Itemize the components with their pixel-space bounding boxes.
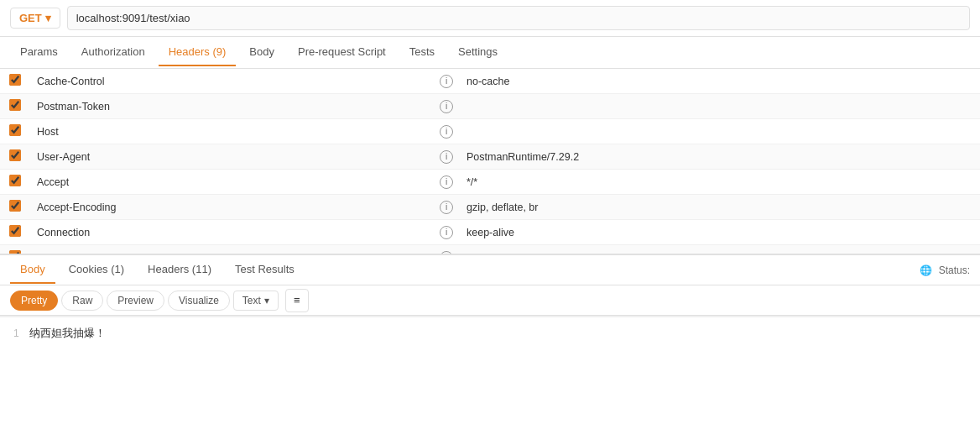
row-value: */* [460,170,879,195]
row-value: PostmanRuntime/7.29.2 [460,144,879,170]
format-type-chevron: ▾ [264,295,269,306]
line-number: 1 [13,327,19,339]
row-desc [879,170,980,195]
info-icon[interactable]: i [440,201,453,214]
info-icon[interactable]: i [440,75,453,88]
row-checkbox-cell [0,245,30,254]
headers-table-container: Cache-Control i no-cache Postman-Token i… [0,69,980,254]
row-desc [879,69,980,94]
row-info[interactable]: i [433,170,460,195]
row-checkbox-cell [0,119,30,144]
tab-params[interactable]: Params [10,39,68,66]
tab-body[interactable]: Body [239,39,284,66]
method-chevron: ▾ [45,12,51,24]
row-checkbox-cell [0,69,30,94]
response-section: Body Cookies (1) Headers (11) Test Resul… [0,254,980,317]
row-info[interactable]: i [433,94,460,119]
response-tab-headers[interactable]: Headers (11) [138,256,222,284]
globe-icon: 🌐 [920,264,932,276]
request-tabs: Params Authorization Headers (9) Body Pr… [0,37,980,69]
body-text: 纳西妲我抽爆！ [29,327,106,339]
tab-prerequest[interactable]: Pre-request Script [288,39,396,66]
row-value: no-cache [460,69,879,94]
table-row: Connection i keep-alive [0,220,980,245]
row-key: Authorization [30,245,433,254]
row-info[interactable]: i [433,245,460,254]
row-key: Accept [30,170,433,195]
method-select[interactable]: GET ▾ [10,8,60,29]
table-row: Accept i */* [0,170,980,195]
row-desc [879,94,980,119]
row-desc [879,119,980,144]
row-key: Cache-Control [30,69,433,94]
table-row: Cache-Control i no-cache [0,69,980,94]
row-checkbox[interactable] [9,200,21,212]
response-tab-test-results[interactable]: Test Results [225,256,305,284]
row-checkbox-cell [0,195,30,220]
format-row: Pretty Raw Preview Visualize Text ▾ ≡ [0,285,980,316]
row-desc [879,195,980,220]
row-info[interactable]: i [433,220,460,245]
method-label: GET [19,12,42,24]
format-type-label: Text [242,295,261,306]
request-bar: GET ▾ [0,0,980,37]
row-checkbox[interactable] [9,149,21,161]
response-tab-body[interactable]: Body [10,256,55,284]
info-icon[interactable]: i [440,175,453,189]
table-row: Host i [0,119,980,144]
response-body: 1纳西妲我抽爆！ [0,317,980,349]
row-key: Host [30,119,433,144]
row-checkbox[interactable] [9,74,21,86]
row-checkbox[interactable] [9,175,21,186]
row-value: bearer eyJhbGciOiJSUzI1NiIsInR5cCI6IkpXV… [460,245,879,254]
wrap-lines-btn[interactable]: ≡ [285,289,309,312]
body-line: 1纳西妲我抽爆！ [13,326,967,341]
headers-table: Cache-Control i no-cache Postman-Token i… [0,69,980,254]
table-row: Authorization i bearer eyJhbGciOiJSUzI1N… [0,245,980,254]
table-row: User-Agent i PostmanRuntime/7.29.2 [0,144,980,170]
format-raw-btn[interactable]: Raw [61,291,103,311]
row-desc [879,220,980,245]
format-pretty-btn[interactable]: Pretty [10,291,58,311]
row-key: Postman-Token [30,94,433,119]
info-icon[interactable]: i [440,226,453,239]
row-key: Connection [30,220,433,245]
wrap-icon: ≡ [294,294,300,306]
status-label: Status: [939,264,970,276]
tab-authorization[interactable]: Authorization [71,39,155,66]
row-desc [879,245,980,254]
table-row: Postman-Token i [0,94,980,119]
row-info[interactable]: i [433,144,460,170]
row-checkbox[interactable] [9,99,21,111]
tab-settings[interactable]: Settings [448,39,508,66]
row-checkbox-cell [0,144,30,170]
row-value [460,119,879,144]
row-checkbox[interactable] [9,124,21,136]
info-icon[interactable]: i [440,150,453,164]
format-visualize-btn[interactable]: Visualize [168,291,230,311]
row-info[interactable]: i [433,195,460,220]
url-input[interactable] [67,6,970,30]
row-value [460,94,879,119]
format-type-dropdown[interactable]: Text ▾ [233,291,279,311]
row-desc [879,144,980,170]
row-checkbox-cell [0,170,30,195]
row-checkbox[interactable] [9,225,21,237]
tab-tests[interactable]: Tests [399,39,445,66]
info-icon[interactable]: i [440,100,453,113]
tab-headers[interactable]: Headers (9) [159,39,237,66]
info-icon[interactable]: i [440,125,453,139]
row-info[interactable]: i [433,69,460,94]
row-info[interactable]: i [433,119,460,144]
response-tab-cookies[interactable]: Cookies (1) [59,256,134,284]
row-checkbox-cell [0,94,30,119]
row-value: gzip, deflate, br [460,195,879,220]
format-preview-btn[interactable]: Preview [107,291,164,311]
row-value: keep-alive [460,220,879,245]
table-row: Accept-Encoding i gzip, deflate, br [0,195,980,220]
row-key: User-Agent [30,144,433,170]
response-tabs: Body Cookies (1) Headers (11) Test Resul… [0,254,980,285]
response-status-area: 🌐 Status: [920,264,970,276]
row-checkbox-cell [0,220,30,245]
row-key: Accept-Encoding [30,195,433,220]
